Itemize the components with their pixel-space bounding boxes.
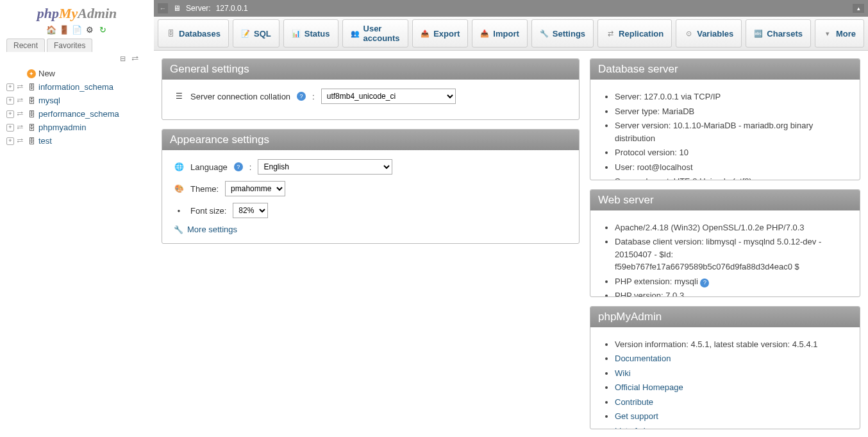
expand-icon[interactable]: + [6,110,14,118]
sidebar-tabs: Recent Favorites [0,39,154,52]
topbar: ← 🖥 Server: 127.0.0.1 ▴ [154,0,868,17]
panel-webserver: Web server Apache/2.4.18 (Win32) OpenSSL… [590,189,860,297]
server-icon: 🖥 [173,4,181,13]
pma-link[interactable]: Wiki [615,368,631,378]
reload-icon[interactable]: ↻ [97,24,108,35]
menu-databases[interactable]: 🗄Databases [158,19,229,47]
tree-item-label: performance_schema [38,109,119,119]
collapse-top-icon[interactable]: ▴ [853,4,864,13]
database-icon: 🗄 [27,110,36,119]
list-item: List of changes [615,425,848,429]
menu-sql[interactable]: 📝SQL [233,19,280,47]
tree-item[interactable]: +⮂🗄information_schema [5,80,149,94]
menu-variables[interactable]: ⊙Variables [676,19,742,47]
menu-import[interactable]: 📥Import [472,19,527,47]
wrench-icon: 🔧 [174,225,183,234]
server-label: Server: [186,4,211,13]
menu-status[interactable]: 📊Status [283,19,338,47]
tree-controls: ⊟ ⮂ [0,52,154,64]
collation-icon: ☰ [174,91,184,101]
status-icon: 📊 [292,29,301,38]
help-icon[interactable]: ? [700,278,709,287]
link-icon: ⮂ [17,110,24,118]
expand-icon[interactable]: + [6,124,14,132]
tab-recent[interactable]: Recent [6,39,45,52]
pma-link[interactable]: Official Homepage [615,382,683,392]
export-icon: 📤 [421,29,430,38]
link-icon: ⮂ [17,137,24,145]
docs-icon[interactable]: 📄 [72,24,82,35]
list-item: Database client version: libmysql - mysq… [615,236,848,273]
help-icon[interactable]: ? [234,162,243,171]
link-icon: ⮂ [17,97,24,105]
tree-new[interactable]: ✦ New [5,67,149,80]
home-icon[interactable]: 🏠 [46,24,56,35]
panel-pma-heading: phpMyAdmin [590,307,860,327]
list-item: PHP version: 7.0.3 [615,289,848,296]
logo: phpMyAdmin [0,0,154,23]
database-icon: 🗄 [27,96,36,105]
link-icon: ⮂ [17,124,24,132]
expand-icon[interactable]: + [6,137,14,145]
list-item: Protocol version: 10 [615,146,848,159]
list-item: Server charset: UTF-8 Unicode (utf8) [615,175,848,180]
link-icon[interactable]: ⮂ [131,55,138,62]
menu-export[interactable]: 📤Export [412,19,468,47]
sidebar: phpMyAdmin 🏠 🚪 📄 ⚙ ↻ Recent Favorites ⊟ … [0,0,154,437]
sidebar-toolbar: 🏠 🚪 📄 ⚙ ↻ [0,23,154,39]
fontsize-select[interactable]: 82% [233,203,268,218]
logout-icon[interactable]: 🚪 [59,24,69,35]
content: General settings ☰ Server connection col… [154,51,868,437]
language-select[interactable]: English [258,159,392,175]
list-item: Documentation [615,352,848,365]
menu-users[interactable]: 👥User accounts [342,19,409,47]
back-icon[interactable]: ← [158,3,168,13]
list-item: Official Homepage [615,381,848,394]
more-settings-link[interactable]: 🔧 More settings [174,225,567,234]
tree-item[interactable]: +⮂🗄test [5,134,149,148]
database-icon: 🗄 [27,137,36,146]
db-tree: ✦ New +⮂🗄information_schema+⮂🗄mysql+⮂🗄pe… [0,64,154,150]
variables-icon: ⊙ [684,29,693,38]
pma-link[interactable]: Get support [615,411,658,421]
menu-charsets[interactable]: 🔤Charsets [746,19,811,47]
panel-webserver-heading: Web server [590,190,860,210]
collation-select[interactable]: utf8mb4_unicode_ci [321,89,456,104]
tree-item-label: phpmyadmin [38,123,86,132]
expand-icon[interactable]: + [6,83,14,91]
help-icon[interactable]: ? [297,92,306,101]
tree-item[interactable]: +⮂🗄mysql [5,94,149,107]
settings-icon[interactable]: ⚙ [85,24,95,35]
databases-icon: 🗄 [166,29,175,38]
panel-pma: phpMyAdmin Version information: 4.5.1, l… [590,306,860,429]
list-item: PHP extension: mysqli ? [615,275,848,288]
expand-icon[interactable]: + [6,97,14,105]
pma-link[interactable]: Contribute [615,397,653,407]
menu-more[interactable]: ▾More [815,19,864,47]
menubar: 🗄Databases 📝SQL 📊Status 👥User accounts 📤… [154,17,868,51]
server-name: 127.0.0.1 [216,4,248,13]
menu-settings[interactable]: 🔧Settings [531,19,594,47]
panel-appearance: Appearance settings 🌐 Language ?: Englis… [162,129,580,244]
replication-icon: ⇄ [606,29,615,38]
bullet-icon: ● [174,205,184,216]
pma-link[interactable]: Documentation [615,354,671,363]
theme-label: Theme: [190,184,219,194]
language-icon: 🌐 [174,162,184,172]
menu-replication[interactable]: ⇄Replication [597,19,672,47]
list-item: Get support [615,410,848,423]
list-item: Server type: MariaDB [615,105,848,118]
tab-favorites[interactable]: Favorites [47,39,92,52]
list-item: Wiki [615,367,848,380]
list-item: Apache/2.4.18 (Win32) OpenSSL/1.0.2e PHP… [615,221,848,234]
import-icon: 📥 [480,29,489,38]
panel-dbserver-heading: Database server [590,59,860,80]
database-icon: 🗄 [27,123,36,132]
collapse-all-icon[interactable]: ⊟ [118,55,126,62]
tree-item[interactable]: +⮂🗄performance_schema [5,107,149,121]
panel-general: General settings ☰ Server connection col… [162,58,580,120]
fontsize-label: Font size: [190,206,226,216]
tree-item[interactable]: +⮂🗄phpmyadmin [5,121,149,134]
theme-select[interactable]: pmahomme [225,181,285,196]
pma-link[interactable]: List of changes [615,426,671,429]
